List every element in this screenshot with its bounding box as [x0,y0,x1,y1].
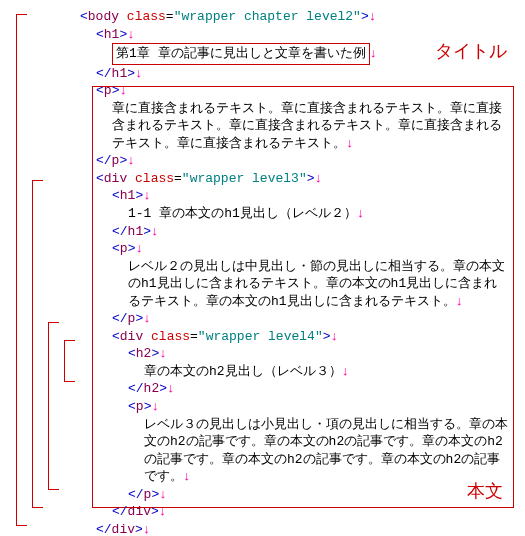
line-h2-open: <h2>↓ [80,345,509,363]
nest-bar-div4 [48,322,59,490]
line-p3-open: <p>↓ [80,398,509,416]
nest-bar-h2 [64,340,75,382]
line-p1-close: </p>↓ [80,152,509,170]
line-h2-close: </h2>↓ [80,380,509,398]
line-h1b-text: 1-1 章の本文のh1見出し（レベル２）↓ [80,205,509,223]
line-h1b-open: <h1>↓ [80,187,509,205]
nest-bar-body [16,14,27,526]
line-p2-close: </p>↓ [80,310,509,328]
code-view: <body class="wrapper chapter level2">↓ <… [8,8,517,536]
line-div3-open: <div class="wrapper level3">↓ [80,170,509,188]
line-p2-open: <p>↓ [80,240,509,258]
line-p3-text: レベル３の見出しは小見出し・項の見出しに相当する。章の本文のh2の記事です。章の… [80,416,509,486]
nest-bar-div3 [32,180,43,508]
title-label: タイトル [435,40,507,64]
line-p1-text: 章に直接含まれるテキスト。章に直接含まれるテキスト。章に直接含まれるテキスト。章… [80,100,509,153]
line-h1b-close: </h1>↓ [80,223,509,241]
line-h1-close: </h1>↓ [80,65,509,83]
line-p3-close: </p>↓ [80,486,509,504]
line-h2-text: 章の本文のh2見出し（レベル３）↓ [80,363,509,381]
line-body-open: <body class="wrapper chapter level2">↓ [80,8,509,26]
body-label: 本文 [467,480,503,504]
line-div3-close: </div>↓ [80,521,509,536]
line-p2-text: レベル２の見出しは中見出し・節の見出しに相当する。章の本文のh1見出しに含まれる… [80,258,509,311]
line-div4-close: </div>↓ [80,503,509,521]
line-p1-open: <p>↓ [80,82,509,100]
line-div4-open: <div class="wrapper level4">↓ [80,328,509,346]
